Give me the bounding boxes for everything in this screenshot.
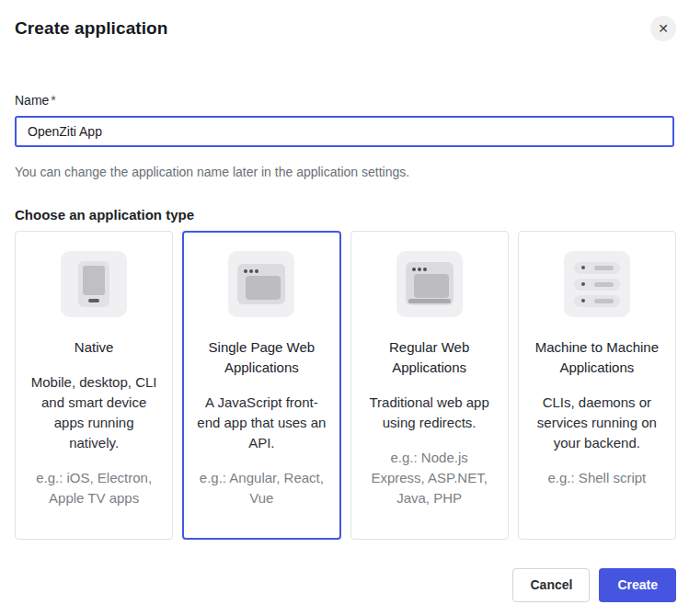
window-dots bbox=[244, 269, 258, 273]
type-card-native[interactable]: Native Mobile, desktop, CLI and smart de… bbox=[15, 231, 173, 540]
card-example: e.g.: iOS, Electron, Apple TV apps bbox=[29, 468, 159, 508]
cancel-button[interactable]: Cancel bbox=[512, 568, 590, 602]
type-card-single-page-web[interactable]: Single Page Web Applications A JavaScrip… bbox=[182, 231, 340, 540]
type-card-machine-to-machine[interactable]: Machine to Machine Applications CLIs, da… bbox=[518, 231, 676, 540]
mobile-phone-icon bbox=[61, 251, 127, 317]
browser-window-icon bbox=[228, 251, 294, 317]
close-icon: ✕ bbox=[658, 22, 669, 35]
card-title: Regular Web Applications bbox=[364, 337, 495, 378]
create-button[interactable]: Create bbox=[599, 568, 676, 602]
dialog-title: Create application bbox=[15, 18, 674, 39]
server-stack-icon bbox=[564, 251, 630, 317]
close-button[interactable]: ✕ bbox=[650, 16, 676, 41]
dialog-header: Create application ✕ bbox=[0, 0, 689, 39]
card-example: e.g.: Angular, React, Vue bbox=[196, 468, 327, 508]
browser-window-base-icon bbox=[396, 251, 463, 317]
card-description: Mobile, desktop, CLI and smart device ap… bbox=[29, 372, 159, 453]
window-dots bbox=[412, 268, 427, 271]
required-marker: * bbox=[51, 93, 55, 108]
card-description: CLIs, daemons or services running on you… bbox=[532, 393, 662, 453]
card-example: e.g.: Node.js Express, ASP.NET, Java, PH… bbox=[364, 448, 495, 508]
name-helper-text: You can change the application name late… bbox=[15, 163, 674, 181]
application-type-label: Choose an application type bbox=[15, 206, 674, 224]
card-title: Machine to Machine Applications bbox=[532, 337, 662, 378]
create-application-dialog: Create application ✕ Name* You can chang… bbox=[0, 0, 689, 616]
name-field-label: Name* bbox=[15, 93, 674, 108]
card-description: A JavaScript front-end app that uses an … bbox=[196, 393, 327, 453]
card-title: Native bbox=[29, 337, 159, 358]
type-card-regular-web[interactable]: Regular Web Applications Traditional web… bbox=[350, 231, 509, 540]
card-example: e.g.: Shell script bbox=[532, 468, 662, 488]
card-description: Traditional web app using redirects. bbox=[364, 393, 495, 433]
dialog-footer: Cancel Create bbox=[15, 568, 676, 602]
application-name-input[interactable] bbox=[15, 116, 674, 147]
card-title: Single Page Web Applications bbox=[196, 337, 327, 378]
application-type-grid: Native Mobile, desktop, CLI and smart de… bbox=[15, 231, 676, 540]
